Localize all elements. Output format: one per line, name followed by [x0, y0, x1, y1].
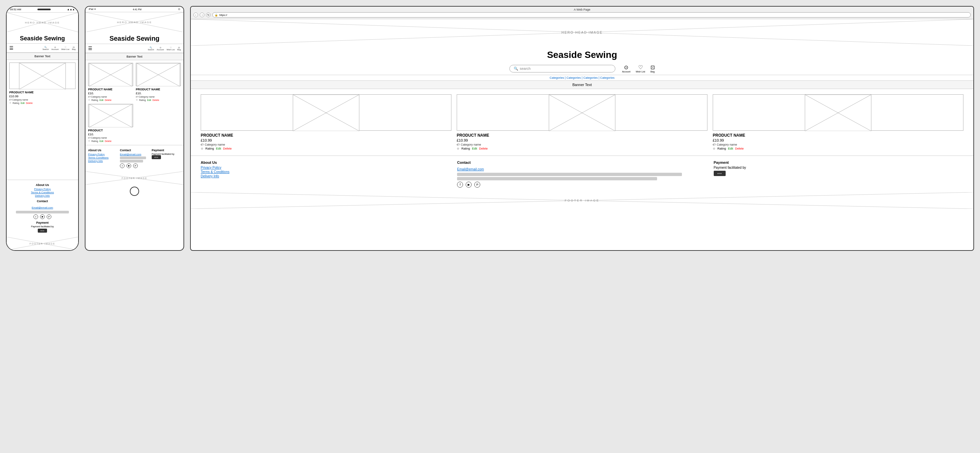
mobile-product-name-1: PRODUCT NAME	[9, 91, 75, 94]
browser-edit-3[interactable]: Edit	[728, 147, 733, 150]
tablet-time: 4:41 PM	[133, 8, 142, 11]
tablet-facebook-icon[interactable]: f	[120, 163, 124, 168]
mobile-delivery-link[interactable]: Delivery Info	[9, 194, 75, 197]
tablet-delivery-link[interactable]: Delivery Info	[88, 160, 117, 163]
tablet-hero-image: HERO HEAD IMAGE	[86, 12, 183, 32]
mobile-footer-image: FOOTER IMAGE	[6, 237, 78, 250]
tablet-product-name-3: PRODUCT	[88, 129, 133, 132]
mobile-wishlist-icon[interactable]: ♡ Wish List	[61, 46, 69, 50]
tag-icon: 🏷	[713, 143, 716, 146]
browser-categories[interactable]: Categories | Categories | Categories | C…	[191, 75, 974, 81]
mobile-search-icon[interactable]: 🔍 Search	[42, 46, 49, 50]
browser-forward-button[interactable]: →	[200, 13, 204, 17]
browser-account-icon[interactable]: ⊙ Account	[622, 64, 630, 73]
tablet-product-category-3: 🏷Category name	[88, 137, 133, 139]
browser-facebook-icon[interactable]: f	[457, 182, 463, 188]
browser-product-image-2[interactable]	[457, 94, 708, 131]
tablet-product-price-3: £10.	[88, 133, 133, 136]
star-icon: ☆	[457, 147, 459, 150]
browser-privacy-link[interactable]: Privacy Policy	[201, 166, 450, 169]
mobile-facebook-icon[interactable]: f	[33, 214, 38, 219]
tablet-bag-icon[interactable]: ⊡Bag	[177, 46, 181, 51]
browser-delete-2[interactable]: Delete	[479, 147, 488, 150]
mobile-edit-link-1[interactable]: Edit	[21, 102, 24, 104]
mobile-pinterest-icon[interactable]: P	[47, 214, 51, 219]
browser-edit-2[interactable]: Edit	[472, 147, 477, 150]
mobile-email-link[interactable]: Email@email.com	[32, 206, 53, 209]
tablet-menu-icon[interactable]: ☰	[88, 46, 92, 51]
star-icon: ☆	[88, 98, 90, 101]
browser-delete-1[interactable]: Delete	[223, 147, 232, 150]
browser-chrome: A Web Page ← → ↻ 🔒 https://	[191, 6, 974, 19]
browser-url-bar[interactable]: 🔒 https://	[212, 12, 971, 17]
tablet-youtube-icon[interactable]: ▶	[127, 163, 131, 168]
tablet-about-title: About Us	[88, 149, 117, 152]
browser-delete-3[interactable]: Delete	[735, 147, 744, 150]
tablet-search-icon[interactable]: 🔍Search	[148, 46, 154, 51]
browser-wishlist-icon[interactable]: ♡ Wish List	[636, 64, 645, 73]
tablet-product-price-2: £10.	[136, 92, 181, 95]
browser-refresh-button[interactable]: ↻	[206, 13, 211, 17]
mobile-bag-icon[interactable]: ⊡ Bag	[72, 46, 75, 50]
mobile-hero-text: HERO HEAD IMAGE	[25, 21, 60, 24]
tablet-product-image-3[interactable]	[88, 104, 133, 127]
browser-pinterest-icon[interactable]: P	[474, 182, 480, 188]
browser-product-card-1: PRODUCT NAME £10.99 🏷Category name ☆ Rat…	[201, 94, 452, 150]
tablet-contact-title: Contact	[120, 149, 149, 152]
mobile-menu-icon[interactable]: ☰	[9, 45, 14, 51]
browser-search-row: 🔍 search ⊙ Account ♡ Wish List ⊡ Bag	[191, 62, 974, 75]
browser-search-box[interactable]: 🔍 search	[509, 65, 616, 73]
browser-delivery-link[interactable]: Delivery Info	[201, 174, 450, 178]
browser-payment-logo: wise	[714, 171, 725, 176]
mobile-product-grid: PRODUCT NAME £10.99 🏷 Category name ☆ Ra…	[6, 60, 78, 180]
browser-lock-icon: 🔒	[215, 14, 218, 17]
tablet-wishlist-icon[interactable]: ♡Wish List	[167, 46, 175, 51]
browser-terms-link[interactable]: Terms & Conditions	[201, 170, 450, 174]
browser-email-link[interactable]: Email@email.com	[457, 168, 484, 171]
mobile-product-image-1[interactable]	[9, 63, 75, 89]
browser-site-title: Seaside Sewing	[191, 46, 974, 62]
tablet-delete-2[interactable]: Delete	[152, 99, 159, 101]
browser-nav-bar: ← → ↻ 🔒 https://	[193, 12, 971, 17]
browser-bag-icon[interactable]: ⊡ Bag	[651, 64, 655, 73]
tablet-terms-link[interactable]: Terms Conditions	[88, 156, 117, 159]
browser-product-category-1: 🏷Category name	[201, 143, 452, 146]
mobile-product-card-1: PRODUCT NAME £10.99 🏷 Category name ☆ Ra…	[9, 63, 75, 104]
tablet-edit-2[interactable]: Edit	[147, 99, 151, 101]
tablet-edit-3[interactable]: Edit	[99, 140, 103, 142]
mobile-account-icon[interactable]: ⊙ Account	[51, 46, 59, 50]
tablet-payment-title: Payment	[152, 149, 181, 152]
tablet-footer: About Us Privacy Policy Terms Conditions…	[86, 145, 183, 171]
tablet-privacy-link[interactable]: Privacy Policy	[88, 153, 117, 156]
tablet-payment-text: Payment facilitated by	[152, 153, 181, 155]
browser-product-card-2: PRODUCT NAME £10.99 🏷Category name ☆ Rat…	[457, 94, 708, 150]
browser-product-image-3[interactable]	[713, 94, 963, 131]
tablet-product-image-1[interactable]	[88, 63, 133, 86]
tablet-delete-1[interactable]: Delete	[105, 99, 111, 101]
tablet-brand: iPad ✦	[89, 8, 96, 11]
tablet-account-icon[interactable]: ⊙Account	[157, 46, 164, 51]
tablet-delete-3[interactable]: Delete	[105, 140, 111, 142]
mobile-delete-link-1[interactable]: Delete	[26, 102, 32, 104]
browser-footer-payment: Payment Payment facilitated by wise	[714, 160, 963, 188]
mobile-youtube-icon[interactable]: ▶	[40, 214, 45, 219]
mobile-terms-link[interactable]: Terms & Conditions	[9, 191, 75, 194]
browser-url-text: https://	[219, 14, 227, 17]
browser-edit-1[interactable]: Edit	[216, 147, 221, 150]
browser-banner-text: Banner Text	[191, 81, 974, 89]
browser-product-image-1[interactable]	[201, 94, 452, 131]
tablet-edit-1[interactable]: Edit	[99, 99, 103, 101]
mobile-privacy-link[interactable]: Privacy Policy	[9, 188, 75, 191]
tablet-payment-logo: wise	[152, 155, 161, 159]
tablet-home-button[interactable]	[130, 187, 139, 196]
mobile-notch	[37, 9, 51, 10]
browser-hero-text: HERO HEAD IMAGE	[562, 31, 603, 35]
tablet-pinterest-icon[interactable]: P	[133, 163, 138, 168]
tablet-email-link[interactable]: Email@email.com	[120, 153, 142, 156]
browser-youtube-icon[interactable]: ▶	[466, 182, 472, 188]
browser-product-category-2: 🏷Category name	[457, 143, 708, 146]
mobile-footer-about: About Us Privacy Policy Terms & Conditio…	[9, 183, 75, 198]
browser-product-card-3: PRODUCT NAME £10.99 🏷Category name ☆ Rat…	[713, 94, 963, 150]
tablet-product-image-2[interactable]	[136, 63, 181, 86]
browser-back-button[interactable]: ←	[193, 13, 198, 17]
